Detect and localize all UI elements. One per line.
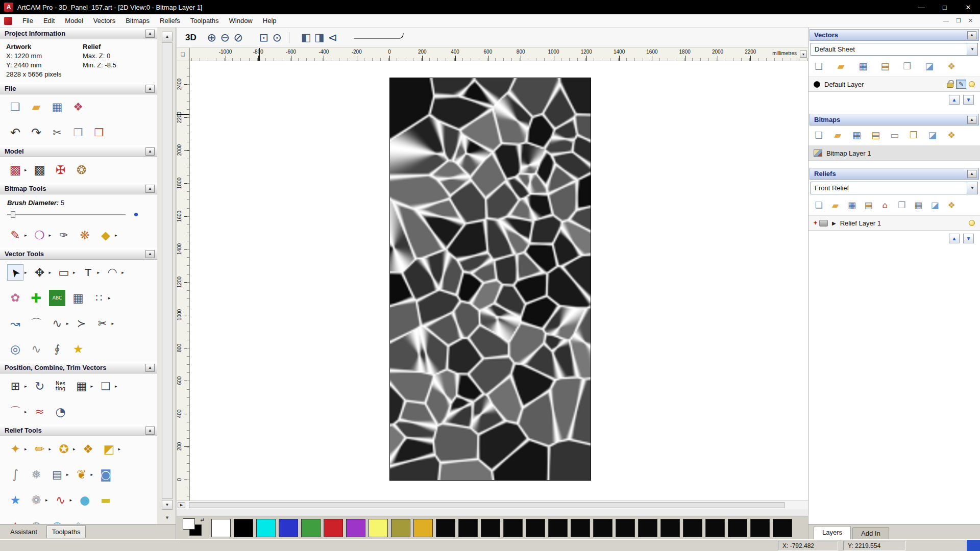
- transform-vectors-icon[interactable]: ✥: [32, 264, 48, 281]
- menu-edit[interactable]: Edit: [38, 17, 60, 24]
- relief-options-icon[interactable]: ⌂: [879, 199, 891, 211]
- smart-engrave-icon[interactable]: ∫: [7, 466, 23, 483]
- open-relief-layer-icon[interactable]: ▰: [829, 199, 842, 211]
- copy-relief-layer-icon[interactable]: ❐: [896, 199, 908, 211]
- palette-swatch-12[interactable]: [481, 519, 500, 537]
- wrap-vectors-icon[interactable]: ✿: [7, 290, 23, 306]
- tab-toolpaths[interactable]: Toolpaths: [46, 525, 86, 538]
- open-vector-layer-icon[interactable]: ▰: [835, 60, 847, 72]
- convert-text-icon[interactable]: ABC: [49, 290, 65, 306]
- palette-swatch-9[interactable]: [413, 519, 433, 537]
- add-clay-icon[interactable]: ❖: [80, 441, 96, 457]
- palette-swatch-4[interactable]: [301, 519, 321, 537]
- new-bitmap-layer-icon[interactable]: ❏: [813, 129, 825, 141]
- palette-swatch-17[interactable]: [593, 519, 612, 537]
- section-header-project-information[interactable]: Project Information ▲: [0, 28, 157, 39]
- collapse-icon[interactable]: ▲: [967, 31, 976, 39]
- previous-view-icon[interactable]: ◧: [300, 31, 313, 44]
- paint-brush-icon-flyout[interactable]: ▸: [24, 233, 27, 238]
- block-copy-icon[interactable]: ▦: [74, 378, 90, 394]
- extrude-relief-icon[interactable]: ▲: [7, 517, 23, 524]
- wave-relief-icon-flyout[interactable]: ▸: [70, 497, 72, 503]
- edit-layer-icon[interactable]: ✎: [956, 80, 966, 89]
- flood-fill-icon[interactable]: ◆: [97, 227, 114, 243]
- palette-swatch-3[interactable]: [279, 519, 298, 537]
- bitmap-options-icon[interactable]: ▭: [889, 129, 901, 141]
- flood-fill-icon-flyout[interactable]: ▸: [115, 233, 117, 238]
- switch-3d-view-button[interactable]: 3D: [182, 32, 200, 44]
- section-header-position-combine-trim[interactable]: Position, Combine, Trim Vectors ▲: [0, 362, 157, 373]
- palette-swatch-15[interactable]: [548, 519, 568, 537]
- add-relief-icon[interactable]: +: [814, 219, 817, 227]
- swirl-relief-icon-flyout[interactable]: ▸: [45, 497, 48, 503]
- visibility-bulb-icon[interactable]: [969, 81, 975, 87]
- sculpt-icon[interactable]: ✏: [32, 441, 48, 457]
- menu-reliefs[interactable]: Reliefs: [155, 17, 185, 24]
- collapse-icon[interactable]: ▲: [145, 30, 155, 38]
- scroll-up-icon[interactable]: ▲: [162, 32, 173, 41]
- zoom-scale-icon[interactable]: ⊘: [232, 31, 245, 44]
- drawing-area[interactable]: [190, 61, 808, 500]
- menu-toolpaths[interactable]: Toolpaths: [185, 17, 224, 24]
- colour-picker-icon[interactable]: ✑: [56, 227, 72, 243]
- block-array-icon-flyout[interactable]: ▸: [108, 295, 111, 300]
- lock-icon[interactable]: [947, 83, 953, 88]
- swap-colours-icon[interactable]: ⇄: [200, 517, 204, 522]
- shape-editor-icon-flyout[interactable]: ▸: [24, 446, 27, 452]
- palette-swatch-24[interactable]: [750, 519, 770, 537]
- colour-palette-icon[interactable]: ❋: [77, 227, 93, 243]
- circular-array-icon[interactable]: ↻: [32, 378, 48, 394]
- close-button[interactable]: ✕: [957, 0, 980, 14]
- create-polyline-icon[interactable]: ↝: [7, 315, 23, 332]
- fillet-grid-icon[interactable]: ▦: [70, 290, 86, 306]
- palette-swatch-2[interactable]: [256, 519, 276, 537]
- vector-texture-icon[interactable]: ★: [70, 341, 86, 357]
- import-bitmap-layer-icon[interactable]: ▤: [869, 129, 881, 141]
- menu-vectors[interactable]: Vectors: [88, 17, 120, 24]
- scrollbar-thumb[interactable]: [162, 42, 173, 499]
- sheet-select[interactable]: Default Sheet ▼: [811, 43, 978, 56]
- smooth-relief-icon[interactable]: ✪: [56, 441, 72, 457]
- collapse-icon[interactable]: ▲: [145, 427, 155, 435]
- merge-relief-layers-icon[interactable]: ❖: [945, 199, 958, 211]
- palette-swatch-20[interactable]: [660, 519, 680, 537]
- delete-relief-layer-icon[interactable]: ◪: [929, 199, 941, 211]
- palette-swatch-10[interactable]: [436, 519, 455, 537]
- collapse-icon[interactable]: ▲: [967, 170, 976, 178]
- tab-add-in[interactable]: Add In: [852, 527, 889, 539]
- primary-secondary-colour-swatch[interactable]: ⇄: [183, 518, 204, 538]
- zoom-in-icon[interactable]: ⊕: [205, 31, 218, 44]
- swirl-relief-icon[interactable]: ❁: [28, 492, 44, 508]
- create-rectangle-icon[interactable]: ▭: [56, 264, 72, 281]
- block-array-icon[interactable]: ∷: [91, 290, 107, 306]
- zoom-drawing-icon[interactable]: ⊙: [271, 31, 284, 44]
- shape-editor-icon[interactable]: ✦: [7, 441, 23, 457]
- create-text-icon-flyout[interactable]: ▸: [97, 270, 100, 275]
- create-arc-icon[interactable]: ⌒: [28, 315, 44, 332]
- palette-swatch-6[interactable]: [346, 519, 365, 537]
- new-vector-layer-icon[interactable]: ❏: [813, 60, 825, 72]
- collapse-icon[interactable]: ▲: [145, 250, 155, 258]
- zoom-rectangle-icon[interactable]: ⊡: [257, 31, 271, 44]
- layer-colour-chip[interactable]: [814, 81, 820, 88]
- expand-icon[interactable]: ▶: [832, 220, 836, 226]
- offset-vector-icon[interactable]: ≻: [74, 315, 90, 332]
- brush-diameter-slider[interactable]: [7, 211, 150, 218]
- load-reference-image-icon[interactable]: ❂: [74, 162, 90, 178]
- group-merge-icon-flyout[interactable]: ▸: [115, 384, 117, 389]
- paint-selective-icon-flyout[interactable]: ▸: [49, 233, 52, 238]
- mirror-vectors-icon[interactable]: ◠: [104, 264, 120, 281]
- trim-vectors-icon[interactable]: ✂: [94, 315, 111, 332]
- smooth-relief-icon-flyout[interactable]: ▸: [73, 446, 76, 452]
- zoom-previous-icon[interactable]: ⊲: [326, 31, 339, 44]
- new-model-icon[interactable]: ❏: [7, 99, 23, 115]
- delete-vector-layer-icon[interactable]: ◪: [923, 60, 936, 72]
- paste-along-curve-icon[interactable]: ≈: [32, 404, 48, 420]
- drip-feed-icon-flyout[interactable]: ▸: [91, 472, 93, 477]
- section-header-file[interactable]: File ▲: [0, 83, 157, 94]
- group-merge-icon[interactable]: ❑: [97, 378, 114, 394]
- block-copy-icon-flyout[interactable]: ▸: [91, 384, 93, 389]
- angled-plane-icon[interactable]: ◩: [101, 441, 117, 457]
- align-vectors-icon-flyout[interactable]: ▸: [24, 384, 27, 389]
- vectors-header[interactable]: Vectors ▲: [810, 29, 979, 41]
